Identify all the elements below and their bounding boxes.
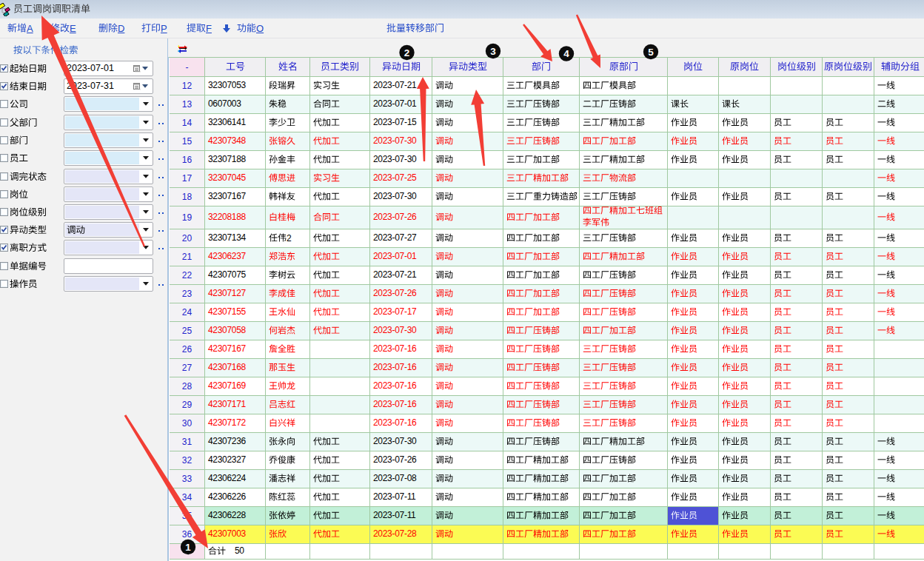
svg-text:2: 2: [404, 47, 410, 58]
svg-text:4: 4: [563, 48, 569, 59]
svg-text:3: 3: [490, 46, 496, 57]
svg-text:1: 1: [185, 542, 191, 553]
svg-text:5: 5: [648, 47, 654, 58]
